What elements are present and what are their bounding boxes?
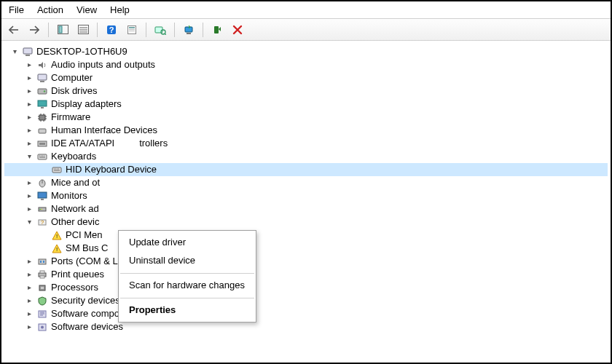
port-icon xyxy=(36,256,48,267)
tree-item-printqueues[interactable]: ▸ Print queues xyxy=(4,268,608,281)
details-view-button[interactable] xyxy=(75,22,91,38)
enable-device-button[interactable] xyxy=(209,22,225,38)
svg-rect-11 xyxy=(185,27,192,32)
keyboard-icon xyxy=(36,151,48,162)
chevron-none xyxy=(39,231,48,240)
tree-item-ports[interactable]: ▸ Ports (COM & LPT) xyxy=(4,255,608,268)
tree-item-label-suffix: trollers xyxy=(139,137,168,151)
keyboard-icon xyxy=(51,164,63,175)
svg-rect-21 xyxy=(41,107,44,108)
svg-rect-40 xyxy=(43,261,44,263)
svg-rect-1 xyxy=(59,26,62,33)
chevron-right-icon: ▸ xyxy=(25,283,34,292)
chevron-right-icon: ▸ xyxy=(25,257,34,266)
svg-point-48 xyxy=(41,325,44,328)
menu-view[interactable]: View xyxy=(76,4,97,15)
tree-item-processors[interactable]: ▸ Processors xyxy=(4,281,608,294)
network-icon xyxy=(36,203,48,215)
forward-button[interactable] xyxy=(26,22,42,38)
tree-item-softcomp[interactable]: ▸ Software components xyxy=(4,307,608,320)
audio-icon xyxy=(36,59,48,71)
scan-hardware-button[interactable] xyxy=(152,22,168,38)
tree-item-audio[interactable]: ▸ Audio inputs and outputs xyxy=(4,58,608,71)
tree-item-label: Print queues xyxy=(51,268,104,282)
tree-item-label: Human Interface Devices xyxy=(51,124,157,138)
tree-item-label: Network ad xyxy=(51,202,99,216)
context-menu-uninstall[interactable]: Uninstall device xyxy=(119,252,256,270)
chevron-none xyxy=(39,165,48,174)
svg-rect-38 xyxy=(39,259,46,264)
tree-item-label: Other devic xyxy=(51,215,99,229)
computer-icon xyxy=(36,72,48,84)
tree-item-security[interactable]: ▸ Security devices xyxy=(4,294,608,307)
menu-help[interactable]: Help xyxy=(110,4,130,15)
tree-item-mice[interactable]: ▸ Mice and ot xyxy=(4,176,608,189)
tree-item-label: Display adapters xyxy=(51,98,122,111)
tree-item-ide[interactable]: ▸ IDE ATA/ATAPI trollers xyxy=(4,137,608,150)
svg-point-19 xyxy=(44,90,45,92)
tree-item-softdev[interactable]: ▸ Software devices xyxy=(4,320,608,333)
chevron-right-icon: ▸ xyxy=(25,100,34,108)
context-menu-scan[interactable]: Scan for hardware changes xyxy=(119,277,256,295)
tree-item-disk[interactable]: ▸ Disk drives xyxy=(4,84,608,98)
tree-root-label: DESKTOP-1OTH6U9 xyxy=(36,45,128,59)
svg-rect-43 xyxy=(40,276,44,278)
menu-action[interactable]: Action xyxy=(37,4,63,15)
hid-icon xyxy=(36,124,48,136)
tree-item-keyboards[interactable]: ▾ Keyboards xyxy=(4,150,608,163)
mouse-icon xyxy=(36,177,48,189)
svg-rect-15 xyxy=(26,55,30,56)
tree-item-network[interactable]: ▸ Network ad xyxy=(4,202,608,215)
chevron-right-icon: ▸ xyxy=(25,270,34,279)
menu-separator xyxy=(120,273,254,274)
chevron-down-icon: ▾ xyxy=(10,47,19,56)
menu-bar: File Action View Help xyxy=(1,1,611,19)
context-menu-update-driver[interactable]: Update driver xyxy=(119,234,256,252)
tree-item-firmware[interactable]: ▸ Firmware xyxy=(4,111,608,124)
back-button[interactable] xyxy=(6,22,22,38)
tree-item-label: IDE ATA/ATAPI xyxy=(51,137,114,151)
svg-rect-14 xyxy=(23,48,32,54)
tree-item-computer[interactable]: ▸ Computer xyxy=(4,71,608,84)
chevron-right-icon: ▸ xyxy=(25,178,34,187)
chevron-right-icon: ▸ xyxy=(25,309,34,318)
shield-icon xyxy=(36,295,48,306)
tree-item-label: PCI Men xyxy=(66,229,103,242)
svg-rect-6 xyxy=(129,27,135,28)
svg-rect-25 xyxy=(39,143,45,145)
chevron-right-icon: ▸ xyxy=(25,296,34,305)
uninstall-device-button[interactable] xyxy=(230,22,246,38)
disk-icon xyxy=(36,85,48,97)
tree-item-display[interactable]: ▸ Display adapters xyxy=(4,98,608,111)
show-hide-tree-button[interactable] xyxy=(55,22,71,38)
tree-root[interactable]: ▾ DESKTOP-1OTH6U9 xyxy=(4,45,608,58)
update-driver-button[interactable] xyxy=(181,22,197,38)
svg-rect-18 xyxy=(38,89,47,94)
chevron-right-icon: ▸ xyxy=(25,87,34,95)
svg-rect-39 xyxy=(40,261,42,263)
toolbar: ? xyxy=(1,19,611,41)
tree-item-label: SM Bus C xyxy=(66,242,109,256)
tree-item-pci-memory[interactable]: ! PCI Men xyxy=(4,229,608,242)
chevron-right-icon: ▸ xyxy=(25,205,34,213)
tree-item-smbus[interactable]: ! SM Bus C xyxy=(4,242,608,255)
tree-item-hid[interactable]: ▸ Human Interface Devices xyxy=(4,124,608,137)
ide-icon xyxy=(36,138,48,149)
tree-item-monitors[interactable]: ▸ Monitors xyxy=(4,189,608,202)
help-button[interactable]: ? xyxy=(103,22,119,38)
tree-item-other[interactable]: ▾ ? Other devic xyxy=(4,215,608,229)
properties-button[interactable] xyxy=(124,22,140,38)
tree-item-hid-keyboard[interactable]: HID Keyboard Device xyxy=(4,163,608,176)
chevron-right-icon: ▸ xyxy=(25,323,34,331)
tree-item-label: Audio inputs and outputs xyxy=(51,58,155,72)
context-menu-properties[interactable]: Properties xyxy=(119,301,256,320)
chevron-right-icon: ▸ xyxy=(25,191,34,200)
tree-item-label: Processors xyxy=(51,281,98,295)
svg-rect-45 xyxy=(41,287,44,289)
chevron-right-icon: ▸ xyxy=(25,113,34,122)
warning-icon: ! xyxy=(51,229,63,241)
chevron-none xyxy=(39,244,48,253)
svg-point-33 xyxy=(41,208,42,210)
menu-file[interactable]: File xyxy=(9,4,24,15)
svg-text:?: ? xyxy=(41,219,44,226)
